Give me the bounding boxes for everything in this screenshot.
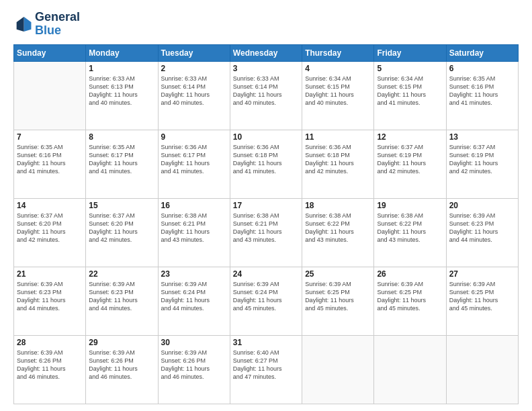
logo: General Blue (13, 11, 80, 38)
calendar-cell: 18Sunrise: 6:38 AM Sunset: 6:22 PM Dayli… (302, 198, 374, 267)
day-number: 19 (377, 201, 443, 210)
day-number: 26 (377, 269, 443, 279)
calendar-cell (374, 335, 446, 404)
calendar-header-sunday: Sunday (14, 44, 86, 61)
calendar-cell: 24Sunrise: 6:39 AM Sunset: 6:24 PM Dayli… (230, 267, 302, 335)
day-number: 6 (449, 64, 515, 73)
day-number: 9 (161, 132, 227, 142)
day-info: Sunrise: 6:33 AM Sunset: 6:13 PM Dayligh… (89, 75, 154, 107)
day-info: Sunrise: 6:38 AM Sunset: 6:22 PM Dayligh… (305, 212, 371, 244)
calendar-cell: 22Sunrise: 6:39 AM Sunset: 6:23 PM Dayli… (86, 267, 158, 335)
calendar-week-row: 14Sunrise: 6:37 AM Sunset: 6:20 PM Dayli… (14, 198, 519, 267)
day-info: Sunrise: 6:39 AM Sunset: 6:26 PM Dayligh… (89, 349, 154, 381)
day-info: Sunrise: 6:37 AM Sunset: 6:20 PM Dayligh… (17, 212, 83, 244)
calendar-cell: 21Sunrise: 6:39 AM Sunset: 6:23 PM Dayli… (14, 267, 86, 335)
day-number: 1 (89, 64, 154, 73)
day-number: 17 (233, 201, 299, 210)
calendar-cell: 31Sunrise: 6:40 AM Sunset: 6:27 PM Dayli… (230, 335, 302, 404)
day-info: Sunrise: 6:38 AM Sunset: 6:21 PM Dayligh… (161, 212, 227, 244)
day-info: Sunrise: 6:36 AM Sunset: 6:18 PM Dayligh… (305, 143, 371, 176)
calendar-cell: 1Sunrise: 6:33 AM Sunset: 6:13 PM Daylig… (86, 61, 158, 130)
day-info: Sunrise: 6:39 AM Sunset: 6:26 PM Dayligh… (17, 349, 83, 381)
day-number: 18 (305, 201, 371, 210)
day-info: Sunrise: 6:39 AM Sunset: 6:23 PM Dayligh… (89, 280, 154, 313)
day-number: 2 (161, 64, 227, 73)
calendar-cell: 9Sunrise: 6:36 AM Sunset: 6:17 PM Daylig… (158, 130, 230, 198)
logo-text: General Blue (35, 11, 80, 38)
calendar-cell: 30Sunrise: 6:39 AM Sunset: 6:26 PM Dayli… (158, 335, 230, 404)
day-number: 13 (449, 132, 515, 142)
calendar-cell: 20Sunrise: 6:39 AM Sunset: 6:23 PM Dayli… (446, 198, 518, 267)
calendar-week-row: 21Sunrise: 6:39 AM Sunset: 6:23 PM Dayli… (14, 267, 519, 335)
calendar-cell (446, 335, 518, 404)
day-number: 27 (449, 269, 515, 279)
day-number: 21 (17, 269, 83, 279)
day-info: Sunrise: 6:33 AM Sunset: 6:14 PM Dayligh… (161, 75, 227, 107)
day-number: 8 (89, 132, 154, 142)
day-info: Sunrise: 6:34 AM Sunset: 6:15 PM Dayligh… (377, 75, 443, 107)
calendar-header-saturday: Saturday (446, 44, 518, 61)
day-number: 3 (233, 64, 299, 73)
calendar-cell (302, 335, 374, 404)
calendar-week-row: 28Sunrise: 6:39 AM Sunset: 6:26 PM Dayli… (14, 335, 519, 404)
day-number: 23 (161, 269, 227, 279)
day-info: Sunrise: 6:33 AM Sunset: 6:14 PM Dayligh… (233, 75, 299, 107)
calendar-cell: 19Sunrise: 6:38 AM Sunset: 6:22 PM Dayli… (374, 198, 446, 267)
calendar-cell: 28Sunrise: 6:39 AM Sunset: 6:26 PM Dayli… (14, 335, 86, 404)
day-number: 10 (233, 132, 299, 142)
svg-marker-0 (24, 17, 32, 32)
day-number: 4 (305, 64, 371, 73)
calendar-header-thursday: Thursday (302, 44, 374, 61)
day-info: Sunrise: 6:39 AM Sunset: 6:26 PM Dayligh… (161, 349, 227, 381)
day-info: Sunrise: 6:39 AM Sunset: 6:25 PM Dayligh… (449, 280, 515, 313)
day-number: 24 (233, 269, 299, 279)
calendar-cell: 4Sunrise: 6:34 AM Sunset: 6:15 PM Daylig… (302, 61, 374, 130)
calendar-cell: 8Sunrise: 6:35 AM Sunset: 6:17 PM Daylig… (86, 130, 158, 198)
day-number: 15 (89, 201, 154, 210)
day-info: Sunrise: 6:40 AM Sunset: 6:27 PM Dayligh… (233, 349, 299, 381)
day-number: 22 (89, 269, 154, 279)
day-number: 12 (377, 132, 443, 142)
day-info: Sunrise: 6:39 AM Sunset: 6:23 PM Dayligh… (17, 280, 83, 313)
day-number: 16 (161, 201, 227, 210)
calendar-cell: 15Sunrise: 6:37 AM Sunset: 6:20 PM Dayli… (86, 198, 158, 267)
day-info: Sunrise: 6:35 AM Sunset: 6:17 PM Dayligh… (89, 143, 154, 176)
page: General Blue SundayMondayTuesdayWednesda… (0, 0, 532, 411)
day-number: 5 (377, 64, 443, 73)
day-info: Sunrise: 6:37 AM Sunset: 6:20 PM Dayligh… (89, 212, 154, 244)
day-number: 11 (305, 132, 371, 142)
day-info: Sunrise: 6:34 AM Sunset: 6:15 PM Dayligh… (305, 75, 371, 107)
calendar-cell: 10Sunrise: 6:36 AM Sunset: 6:18 PM Dayli… (230, 130, 302, 198)
calendar-cell: 29Sunrise: 6:39 AM Sunset: 6:26 PM Dayli… (86, 335, 158, 404)
day-info: Sunrise: 6:36 AM Sunset: 6:18 PM Dayligh… (233, 143, 299, 176)
calendar-cell: 17Sunrise: 6:38 AM Sunset: 6:21 PM Dayli… (230, 198, 302, 267)
day-info: Sunrise: 6:37 AM Sunset: 6:19 PM Dayligh… (449, 143, 515, 176)
calendar-cell: 3Sunrise: 6:33 AM Sunset: 6:14 PM Daylig… (230, 61, 302, 130)
calendar-cell: 16Sunrise: 6:38 AM Sunset: 6:21 PM Dayli… (158, 198, 230, 267)
calendar-cell: 27Sunrise: 6:39 AM Sunset: 6:25 PM Dayli… (446, 267, 518, 335)
day-number: 25 (305, 269, 371, 279)
calendar-cell: 14Sunrise: 6:37 AM Sunset: 6:20 PM Dayli… (14, 198, 86, 267)
day-number: 31 (233, 338, 299, 347)
calendar-cell: 11Sunrise: 6:36 AM Sunset: 6:18 PM Dayli… (302, 130, 374, 198)
day-info: Sunrise: 6:39 AM Sunset: 6:23 PM Dayligh… (449, 212, 515, 244)
day-number: 30 (161, 338, 227, 347)
calendar-cell: 12Sunrise: 6:37 AM Sunset: 6:19 PM Dayli… (374, 130, 446, 198)
day-number: 7 (17, 132, 83, 142)
day-info: Sunrise: 6:37 AM Sunset: 6:19 PM Dayligh… (377, 143, 443, 176)
day-number: 14 (17, 201, 83, 210)
day-info: Sunrise: 6:35 AM Sunset: 6:16 PM Dayligh… (449, 75, 515, 107)
day-info: Sunrise: 6:38 AM Sunset: 6:22 PM Dayligh… (377, 212, 443, 244)
calendar-header-row: SundayMondayTuesdayWednesdayThursdayFrid… (14, 44, 519, 61)
day-number: 29 (89, 338, 154, 347)
calendar-cell: 7Sunrise: 6:35 AM Sunset: 6:16 PM Daylig… (14, 130, 86, 198)
calendar-cell: 6Sunrise: 6:35 AM Sunset: 6:16 PM Daylig… (446, 61, 518, 130)
calendar-header-monday: Monday (86, 44, 158, 61)
calendar-week-row: 7Sunrise: 6:35 AM Sunset: 6:16 PM Daylig… (14, 130, 519, 198)
calendar-cell: 23Sunrise: 6:39 AM Sunset: 6:24 PM Dayli… (158, 267, 230, 335)
day-info: Sunrise: 6:39 AM Sunset: 6:24 PM Dayligh… (233, 280, 299, 313)
day-info: Sunrise: 6:39 AM Sunset: 6:24 PM Dayligh… (161, 280, 227, 313)
day-number: 28 (17, 338, 83, 347)
calendar-header-friday: Friday (374, 44, 446, 61)
calendar-cell: 25Sunrise: 6:39 AM Sunset: 6:25 PM Dayli… (302, 267, 374, 335)
